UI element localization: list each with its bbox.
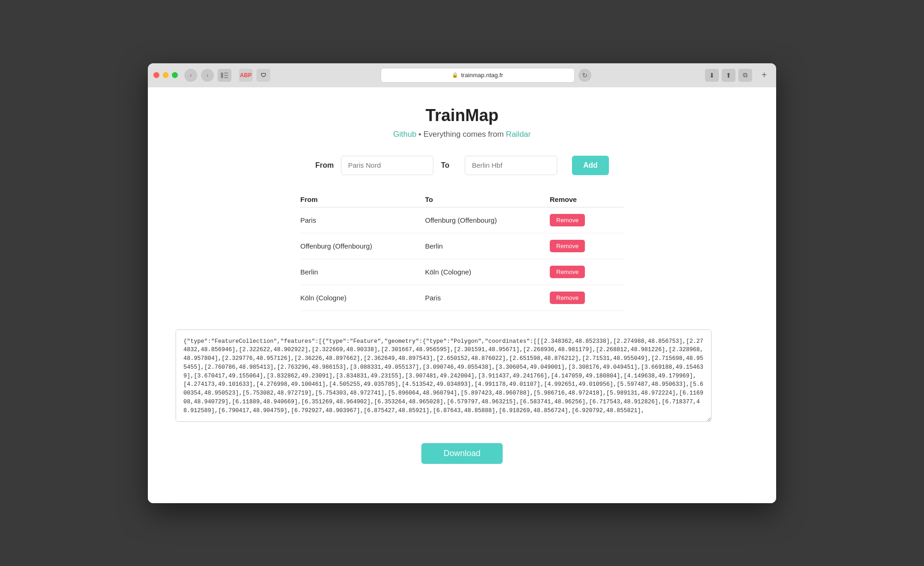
from-cell: Offenburg (Offenbourg) (300, 242, 425, 250)
adblock-extension-button[interactable]: ABP (239, 69, 253, 82)
lock-icon: 🔒 (452, 72, 458, 78)
page-content: TrainMap Github • Everything comes from … (148, 87, 776, 503)
browser-titlebar: ‹ › ABP 🛡 🔒 trainmap.ntag.fr ↻ ⬇ ⬆ ⧉ + (148, 63, 776, 87)
svg-rect-1 (224, 73, 228, 73)
raildar-link[interactable]: Raildar (506, 130, 531, 139)
reload-button[interactable]: ↻ (578, 69, 591, 82)
back-button[interactable]: ‹ (184, 69, 197, 82)
from-cell: Köln (Cologne) (300, 294, 425, 302)
to-cell: Offenburg (Offenbourg) (425, 216, 550, 224)
remove-cell: Remove (550, 292, 624, 304)
from-cell: Berlin (300, 268, 425, 276)
download-container: Download (176, 443, 748, 464)
address-bar[interactable]: 🔒 trainmap.ntag.fr (381, 68, 575, 83)
github-link[interactable]: Github (393, 130, 416, 139)
remove-button[interactable]: Remove (550, 292, 585, 304)
subtitle-separator: • Everything comes from (419, 130, 504, 139)
toolbar-right: ⬇ ⬆ ⧉ (705, 69, 752, 82)
tab-overview-button[interactable]: ⧉ (738, 69, 752, 82)
to-cell: Berlin (425, 242, 550, 250)
table-row: Köln (Cologne) Paris Remove (300, 285, 624, 311)
from-cell: Paris (300, 216, 425, 224)
remove-button[interactable]: Remove (550, 266, 585, 278)
table-row: Paris Offenburg (Offenbourg) Remove (300, 207, 624, 233)
remove-cell: Remove (550, 214, 624, 226)
remove-cell: Remove (550, 240, 624, 252)
from-header: From (300, 195, 425, 203)
svg-rect-0 (221, 73, 223, 78)
from-label: From (315, 161, 334, 170)
subtitle: Github • Everything comes from Raildar (176, 130, 748, 139)
download-button[interactable]: Download (421, 443, 503, 464)
to-header: To (425, 195, 550, 203)
remove-header: Remove (550, 195, 624, 203)
sidebar-toggle-button[interactable] (218, 69, 231, 82)
download-toolbar-button[interactable]: ⬇ (705, 69, 719, 82)
url-text: trainmap.ntag.fr (461, 72, 503, 79)
table-row: Berlin Köln (Cologne) Remove (300, 259, 624, 285)
browser-window: ‹ › ABP 🛡 🔒 trainmap.ntag.fr ↻ ⬇ ⬆ ⧉ + (148, 63, 776, 503)
new-tab-button[interactable]: + (758, 69, 771, 82)
to-cell: Paris (425, 294, 550, 302)
table-header: From To Remove (300, 192, 624, 207)
from-input[interactable] (341, 156, 433, 175)
remove-button[interactable]: Remove (550, 240, 585, 252)
table-row: Offenburg (Offenbourg) Berlin Remove (300, 233, 624, 259)
shield-extension-button[interactable]: 🛡 (256, 69, 270, 82)
add-button[interactable]: Add (572, 156, 608, 175)
json-output[interactable] (176, 329, 711, 422)
remove-button[interactable]: Remove (550, 214, 585, 226)
close-traffic-light[interactable] (153, 72, 159, 78)
to-cell: Köln (Cologne) (425, 268, 550, 276)
to-input[interactable] (465, 156, 557, 175)
traffic-lights (153, 72, 178, 78)
routes-table: From To Remove Paris Offenburg (Offenbou… (300, 192, 624, 311)
maximize-traffic-light[interactable] (172, 72, 178, 78)
remove-cell: Remove (550, 266, 624, 278)
table-body: Paris Offenburg (Offenbourg) Remove Offe… (300, 207, 624, 311)
input-row: From To Add (176, 156, 748, 175)
svg-rect-2 (224, 75, 228, 76)
page-title: TrainMap (176, 106, 748, 125)
address-bar-container: 🔒 trainmap.ntag.fr ↻ (274, 68, 698, 83)
minimize-traffic-light[interactable] (163, 72, 169, 78)
to-label: To (441, 161, 457, 170)
svg-rect-3 (224, 77, 228, 78)
forward-button[interactable]: › (201, 69, 214, 82)
share-toolbar-button[interactable]: ⬆ (722, 69, 736, 82)
